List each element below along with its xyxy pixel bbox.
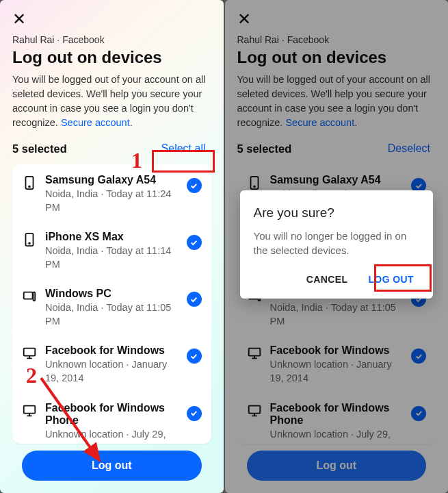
device-row[interactable]: Samsung Galaxy A54 Noida, India · Today … (12, 166, 211, 223)
phone-icon (247, 175, 262, 190)
secure-account-link[interactable]: Secure account (285, 117, 354, 128)
breadcrumb: Rahul Rai · Facebook (237, 34, 436, 45)
checkmark-icon[interactable] (187, 178, 202, 193)
panel-left: ✕ Rahul Rai · Facebook Log out on device… (0, 0, 224, 493)
svg-rect-5 (34, 292, 36, 301)
device-detail: Unknown location · January 19, 2014 (45, 358, 179, 385)
dialog-cancel-button[interactable]: CANCEL (301, 270, 354, 289)
page-description: You will be logged out of your account o… (12, 73, 211, 130)
device-detail: Noida, India · Today at 11:24 PM (45, 188, 179, 214)
checkmark-icon[interactable] (411, 349, 426, 364)
device-name: Windows PC (45, 288, 179, 300)
selected-count: 5 selected (12, 142, 67, 155)
device-row[interactable]: Facebook for Windows Phone Unknown locat… (237, 394, 436, 444)
device-row[interactable]: Windows PC Noida, India · Today at 11:05… (12, 279, 211, 336)
device-detail: Noida, India · Today at 11:05 PM (45, 301, 179, 328)
page-title: Log out on devices (237, 48, 436, 67)
svg-rect-19 (248, 349, 260, 356)
logout-button[interactable]: Log out (247, 451, 427, 481)
device-detail: Unknown location · January 19, 2014 (270, 358, 404, 385)
device-detail: Noida, India · Today at 11:14 PM (45, 244, 179, 271)
close-icon[interactable]: ✕ (237, 11, 251, 27)
device-name: Samsung Galaxy A54 (270, 174, 404, 186)
device-name: Facebook for Windows (45, 344, 179, 357)
device-row[interactable]: Facebook for Windows Unknown location · … (237, 336, 436, 393)
pc-icon (22, 289, 37, 304)
page-description: You will be logged out of your account o… (237, 73, 436, 130)
phone-icon (22, 175, 37, 190)
checkmark-icon[interactable] (187, 235, 202, 250)
monitor-icon (247, 346, 262, 361)
device-row[interactable]: Facebook for Windows Phone Unknown locat… (12, 394, 211, 444)
device-name: iPhone XS Max (45, 231, 179, 243)
svg-point-3 (29, 243, 30, 244)
device-detail: Unknown location · July 29, (270, 428, 404, 442)
deselect-button[interactable]: Deselect (382, 140, 436, 157)
selected-count: 5 selected (237, 142, 292, 155)
device-detail: Noida, India · Today at 11:05 PM (270, 301, 404, 328)
page-title: Log out on devices (12, 48, 211, 67)
device-list: Samsung Galaxy A54 Noida, India · Today … (12, 164, 211, 444)
close-icon[interactable]: ✕ (12, 11, 26, 27)
svg-rect-4 (24, 292, 33, 299)
device-detail: Unknown location · July 29, (45, 428, 179, 442)
logout-button[interactable]: Log out (22, 451, 202, 481)
confirm-dialog: Are you sure? You will no longer be logg… (240, 190, 434, 299)
checkmark-icon[interactable] (187, 349, 202, 364)
select-all-button[interactable]: Select all (156, 140, 211, 157)
phone-icon (22, 232, 37, 247)
monitor-icon (247, 403, 262, 418)
dialog-title: Are you sure? (254, 205, 420, 220)
checkmark-icon[interactable] (411, 406, 426, 421)
breadcrumb: Rahul Rai · Facebook (12, 34, 211, 45)
device-name: Facebook for Windows Phone (270, 402, 404, 427)
device-name: Facebook for Windows (270, 344, 404, 357)
svg-point-14 (254, 186, 255, 188)
device-name: Facebook for Windows Phone (45, 402, 179, 427)
dialog-message: You will no longer be logged in on the s… (254, 229, 420, 257)
checkmark-icon[interactable] (187, 292, 202, 307)
svg-point-1 (29, 186, 30, 188)
svg-rect-9 (24, 405, 36, 413)
monitor-icon (22, 346, 37, 361)
device-row[interactable]: Facebook for Windows Unknown location · … (12, 336, 211, 393)
monitor-icon (22, 403, 37, 418)
secure-account-link[interactable]: Secure account (61, 117, 130, 128)
checkmark-icon[interactable] (187, 406, 202, 421)
device-row[interactable]: iPhone XS Max Noida, India · Today at 11… (12, 223, 211, 279)
panel-right: ✕ Rahul Rai · Facebook Log out on device… (225, 0, 449, 493)
dialog-confirm-button[interactable]: LOG OUT (363, 270, 419, 289)
device-name: Samsung Galaxy A54 (45, 174, 179, 186)
svg-rect-6 (24, 349, 36, 356)
svg-rect-22 (248, 405, 260, 413)
